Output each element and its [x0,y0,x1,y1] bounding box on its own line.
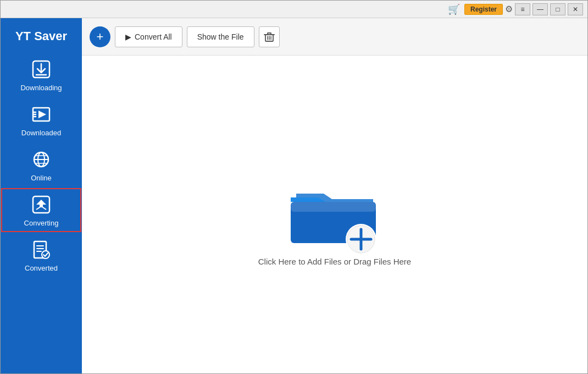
app-body: YT Saver Downloading [1,18,587,373]
downloaded-label: Downloaded [21,129,61,137]
svg-marker-4 [38,111,46,118]
toolbar: + ▶ Convert All Show the File [82,18,587,56]
close-button[interactable]: ✕ [568,3,583,15]
sidebar-item-downloading[interactable]: Downloading [1,52,82,97]
show-file-button[interactable]: Show the File [187,26,254,47]
drop-text: Click Here to Add Files or Drag Files He… [258,257,411,266]
menu-button[interactable]: ≡ [515,3,530,15]
svg-rect-28 [291,202,376,212]
convert-all-icon: ▶ [125,32,131,41]
sidebar-item-downloaded[interactable]: Downloaded [1,97,82,142]
delete-button[interactable] [259,26,280,47]
register-button[interactable]: Register [464,4,503,15]
online-icon [32,150,51,172]
maximize-button[interactable]: □ [550,3,565,15]
sidebar-item-converting[interactable]: Converting [1,188,82,233]
online-label: Online [31,174,52,182]
main-content: + ▶ Convert All Show the File [82,18,587,373]
title-bar-controls: 🛒 Register ⚙ ≡ — □ ✕ [448,3,583,15]
sidebar-item-converted[interactable]: Converted [1,233,82,278]
title-bar: 🛒 Register ⚙ ≡ — □ ✕ [1,1,587,18]
sidebar: YT Saver Downloading [1,18,82,373]
gear-icon[interactable]: ⚙ [505,4,513,14]
converting-label: Converting [24,219,59,227]
convert-all-label: Convert All [135,32,172,41]
add-button[interactable]: + [90,26,110,47]
converted-icon [32,240,51,262]
converted-label: Converted [25,264,58,272]
drop-area[interactable]: Click Here to Add Files or Drag Files He… [82,56,587,373]
minimize-button[interactable]: — [532,3,548,15]
app-window: 🛒 Register ⚙ ≡ — □ ✕ YT Saver [0,0,588,374]
downloaded-icon [32,105,51,127]
cart-icon: 🛒 [448,3,460,15]
app-title: YT Saver [1,24,82,52]
folder-icon [280,163,390,257]
sidebar-item-online[interactable]: Online [1,142,82,188]
show-file-label: Show the File [197,32,244,41]
convert-all-button[interactable]: ▶ Convert All [115,26,182,47]
downloading-label: Downloading [20,84,62,92]
downloading-icon [32,60,51,81]
converting-icon [32,195,51,217]
